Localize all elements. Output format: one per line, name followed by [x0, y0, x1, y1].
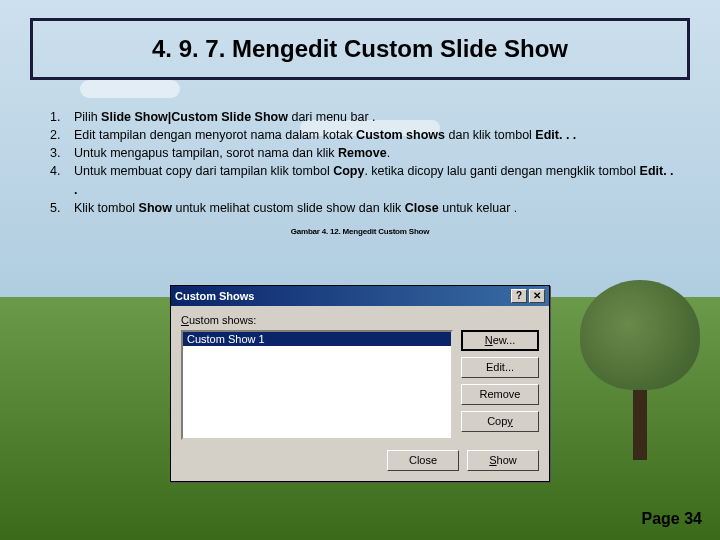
- t: Remove: [338, 146, 387, 160]
- t: Untuk mengapus tampilan, sorot nama dan …: [74, 146, 338, 160]
- custom-shows-label: Custom shows:: [181, 314, 539, 326]
- t: Klik tombol: [74, 201, 139, 215]
- bullet-list: 1. Pilih Slide Show|Custom Slide Show da…: [50, 108, 680, 217]
- t: Slide Show|Custom Slide Show: [101, 110, 288, 124]
- t: Show: [139, 201, 172, 215]
- t: untuk melihat custom slide show dan klik: [172, 201, 405, 215]
- edit-button[interactable]: Edit...: [461, 357, 539, 378]
- bullet-num: 4.: [50, 162, 74, 198]
- t: Pilih: [74, 110, 101, 124]
- help-button[interactable]: ?: [511, 289, 527, 303]
- t: Copy: [333, 164, 364, 178]
- page-number: Page 34: [642, 510, 702, 528]
- t: Edit tampilan dengan menyorot nama dalam…: [74, 128, 356, 142]
- t: Close: [405, 201, 439, 215]
- listbox-item-selected[interactable]: Custom Show 1: [183, 332, 451, 346]
- remove-button[interactable]: Remove: [461, 384, 539, 405]
- t: Edit. . .: [535, 128, 576, 142]
- custom-shows-listbox[interactable]: Custom Show 1: [181, 330, 453, 440]
- t: . ketika dicopy lalu ganti dengan mengkl…: [364, 164, 639, 178]
- t: dan klik tombol: [445, 128, 535, 142]
- list-item: 2. Edit tampilan dengan menyorot nama da…: [50, 126, 680, 144]
- page-title: 4. 9. 7. Mengedit Custom Slide Show: [30, 18, 690, 80]
- list-item: 1. Pilih Slide Show|Custom Slide Show da…: [50, 108, 680, 126]
- custom-shows-dialog: Custom Shows ? ✕ Custom shows: Custom Sh…: [170, 285, 550, 482]
- close-icon[interactable]: ✕: [529, 289, 545, 303]
- copy-button[interactable]: Copy: [461, 411, 539, 432]
- figure-caption: Gambar 4. 12. Mengedit Custom Show: [0, 227, 720, 236]
- t: untuk keluar .: [439, 201, 518, 215]
- list-item: 3. Untuk mengapus tampilan, sorot nama d…: [50, 144, 680, 162]
- bullet-num: 1.: [50, 108, 74, 126]
- list-item: 5. Klik tombol Show untuk melihat custom…: [50, 199, 680, 217]
- new-button[interactable]: New...: [461, 330, 539, 351]
- dialog-titlebar[interactable]: Custom Shows ? ✕: [171, 286, 549, 306]
- bullet-num: 3.: [50, 144, 74, 162]
- t: Custom shows: [356, 128, 445, 142]
- list-item: 4. Untuk membuat copy dari tampilan klik…: [50, 162, 680, 198]
- dialog-title: Custom Shows: [175, 290, 254, 302]
- t: .: [387, 146, 390, 160]
- close-button[interactable]: Close: [387, 450, 459, 471]
- t: dari menu bar .: [288, 110, 376, 124]
- show-button[interactable]: Show: [467, 450, 539, 471]
- t: Untuk membuat copy dari tampilan klik to…: [74, 164, 333, 178]
- bullet-num: 5.: [50, 199, 74, 217]
- bullet-num: 2.: [50, 126, 74, 144]
